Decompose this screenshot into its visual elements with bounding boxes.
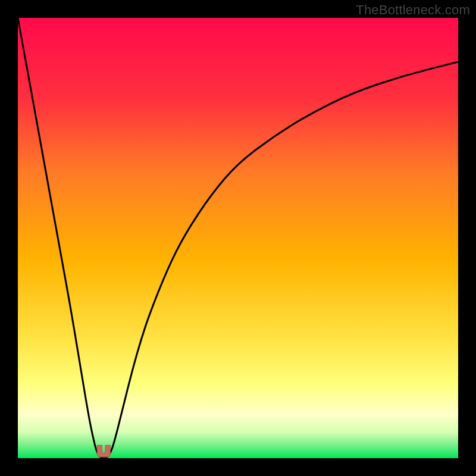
watermark: TheBottleneck.com [356, 2, 470, 18]
plot-frame [18, 18, 458, 458]
bottleneck-plot [18, 18, 458, 458]
